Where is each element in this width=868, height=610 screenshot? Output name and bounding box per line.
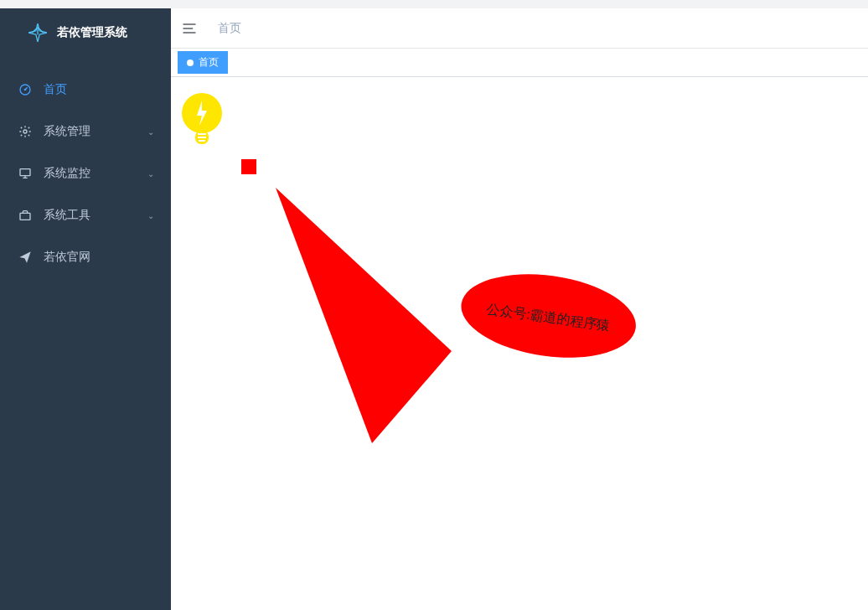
svg-rect-3 (20, 169, 30, 176)
bulb-icon[interactable] (181, 92, 223, 151)
chevron-down-icon: ⌄ (147, 127, 154, 137)
sidebar-item-system-monitor[interactable]: 系统监控 ⌄ (0, 152, 171, 194)
svg-point-2 (23, 130, 27, 133)
chevron-down-icon: ⌄ (147, 169, 154, 178)
tab-home[interactable]: 首页 (178, 51, 228, 74)
sidebar-item-label: 系统监控 (44, 166, 90, 181)
active-dot-icon (187, 59, 194, 66)
top-bar: 首页 (171, 8, 868, 49)
toolbox-icon (17, 209, 34, 222)
tab-label: 首页 (199, 55, 219, 70)
browser-chrome-bar (0, 0, 868, 8)
hamburger-icon[interactable] (181, 20, 198, 37)
main-area: 首页 首页 (171, 8, 868, 610)
sidebar: 若依管理系统 首页 系统管理 ⌄ 系统监控 ⌄ (0, 8, 171, 610)
sidebar-item-official-site[interactable]: 若依官网 (0, 236, 171, 278)
red-ellipse-annotation: 公众号:霸道的程序猿 (456, 270, 640, 374)
tabs-bar: 首页 (171, 49, 868, 77)
chevron-down-icon: ⌄ (147, 211, 154, 220)
svg-point-1 (24, 89, 27, 91)
sidebar-item-label: 系统工具 (44, 208, 90, 223)
logo-icon (27, 22, 49, 44)
dashboard-icon (17, 83, 34, 96)
paper-plane-icon (17, 251, 34, 264)
gear-icon (17, 125, 34, 138)
sidebar-item-system-manage[interactable]: 系统管理 ⌄ (0, 111, 171, 152)
red-square-shape (241, 159, 256, 174)
sidebar-item-label: 首页 (44, 82, 67, 97)
logo-section: 若依管理系统 (0, 8, 171, 54)
app-container: 若依管理系统 首页 系统管理 ⌄ 系统监控 ⌄ (0, 8, 868, 610)
sidebar-item-home[interactable]: 首页 (0, 69, 171, 111)
red-triangle-shape (276, 188, 460, 451)
svg-rect-4 (20, 213, 30, 220)
sidebar-item-label: 系统管理 (44, 124, 90, 139)
sidebar-item-system-tools[interactable]: 系统工具 ⌄ (0, 194, 171, 236)
svg-marker-10 (276, 188, 452, 443)
content-area: 公众号:霸道的程序猿 (171, 77, 868, 610)
sidebar-menu: 首页 系统管理 ⌄ 系统监控 ⌄ 系统工具 ⌄ (0, 69, 171, 278)
monitor-icon (17, 167, 34, 180)
app-title: 若依管理系统 (57, 25, 127, 40)
breadcrumb-home[interactable]: 首页 (218, 21, 241, 36)
sidebar-item-label: 若依官网 (44, 250, 90, 265)
